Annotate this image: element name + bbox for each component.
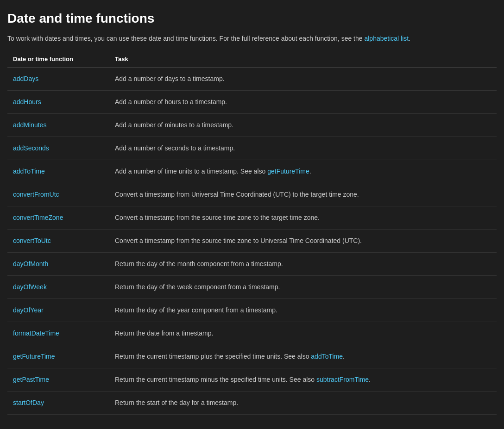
function-cell: dayOfYear xyxy=(7,299,109,322)
function-link[interactable]: addMinutes xyxy=(13,121,46,129)
function-link[interactable]: dayOfMonth xyxy=(13,260,48,267)
function-link[interactable]: dayOfWeek xyxy=(13,283,47,291)
task-cell: Add a number of seconds to a timestamp. xyxy=(109,137,497,160)
alphabetical-list-link[interactable]: alphabetical list xyxy=(364,35,409,42)
function-link[interactable]: addToTime xyxy=(13,168,45,175)
function-link[interactable]: formatDateTime xyxy=(13,330,59,337)
function-cell: addHours xyxy=(7,91,109,114)
intro-paragraph: To work with dates and times, you can us… xyxy=(7,33,497,44)
table-row: formatDateTimeReturn the date from a tim… xyxy=(7,322,497,345)
intro-text: To work with dates and times, you can us… xyxy=(7,35,363,42)
task-cell: Add a number of hours to a timestamp. xyxy=(109,91,497,114)
task-cell: Add a number of days to a timestamp. xyxy=(109,68,497,91)
table-row: addDaysAdd a number of days to a timesta… xyxy=(7,68,497,91)
function-link[interactable]: addDays xyxy=(13,75,38,82)
function-link[interactable]: addSeconds xyxy=(13,144,49,152)
function-cell: getFutureTime xyxy=(7,345,109,368)
functions-table: Date or time function Task addDaysAdd a … xyxy=(7,51,497,415)
function-cell: startOfDay xyxy=(7,392,109,415)
table-row: convertTimeZoneConvert a timestamp from … xyxy=(7,206,497,230)
table-row: dayOfMonthReturn the day of the month co… xyxy=(7,253,497,276)
table-row: convertFromUtcConvert a timestamp from U… xyxy=(7,183,497,206)
task-cell: Convert a timestamp from the source time… xyxy=(109,206,497,230)
task-cell: Return the current timestamp minus the s… xyxy=(109,368,497,392)
function-cell: convertFromUtc xyxy=(7,183,109,206)
table-row: getFutureTimeReturn the current timestam… xyxy=(7,345,497,368)
table-row: addToTimeAdd a number of time units to a… xyxy=(7,160,497,183)
task-cell: Convert a timestamp from Universal Time … xyxy=(109,183,497,206)
table-row: dayOfYearReturn the day of the year comp… xyxy=(7,299,497,322)
function-link[interactable]: convertTimeZone xyxy=(13,214,63,221)
function-link[interactable]: convertFromUtc xyxy=(13,191,59,198)
task-cell: Add a number of time units to a timestam… xyxy=(109,160,497,183)
inline-function-link[interactable]: getFutureTime xyxy=(267,168,309,175)
task-cell: Return the day of the week component fro… xyxy=(109,276,497,299)
table-row: convertToUtcConvert a timestamp from the… xyxy=(7,230,497,253)
function-cell: getPastTime xyxy=(7,368,109,392)
function-cell: dayOfMonth xyxy=(7,253,109,276)
table-row: addMinutesAdd a number of minutes to a t… xyxy=(7,114,497,137)
inline-function-link[interactable]: subtractFromTime xyxy=(316,376,369,383)
function-link[interactable]: getFutureTime xyxy=(13,353,55,360)
task-cell: Return the day of the year component fro… xyxy=(109,299,497,322)
task-cell: Add a number of minutes to a timestamp. xyxy=(109,114,497,137)
task-cell: Return the date from a timestamp. xyxy=(109,322,497,345)
inline-function-link[interactable]: addToTime xyxy=(311,353,343,360)
table-header-row: Date or time function Task xyxy=(7,51,497,68)
function-link[interactable]: startOfDay xyxy=(13,399,44,406)
task-cell: Convert a timestamp from the source time… xyxy=(109,230,497,253)
function-link[interactable]: dayOfYear xyxy=(13,306,44,314)
page-title: Date and time functions xyxy=(7,11,497,26)
function-cell: convertToUtc xyxy=(7,230,109,253)
function-link[interactable]: getPastTime xyxy=(13,376,49,383)
task-cell: Return the day of the month component fr… xyxy=(109,253,497,276)
function-cell: addSeconds xyxy=(7,137,109,160)
function-cell: formatDateTime xyxy=(7,322,109,345)
table-row: addSecondsAdd a number of seconds to a t… xyxy=(7,137,497,160)
task-cell: Return the current timestamp plus the sp… xyxy=(109,345,497,368)
function-link[interactable]: convertToUtc xyxy=(13,237,51,244)
function-cell: addMinutes xyxy=(7,114,109,137)
function-cell: addToTime xyxy=(7,160,109,183)
col-function-header: Date or time function xyxy=(7,51,109,68)
function-cell: convertTimeZone xyxy=(7,206,109,230)
task-cell: Return the start of the day for a timest… xyxy=(109,392,497,415)
function-cell: addDays xyxy=(7,68,109,91)
col-task-header: Task xyxy=(109,51,497,68)
table-row: dayOfWeekReturn the day of the week comp… xyxy=(7,276,497,299)
table-row: addHoursAdd a number of hours to a times… xyxy=(7,91,497,114)
intro-period: . xyxy=(409,35,410,42)
table-row: getPastTimeReturn the current timestamp … xyxy=(7,368,497,392)
table-row: startOfDayReturn the start of the day fo… xyxy=(7,392,497,415)
function-cell: dayOfWeek xyxy=(7,276,109,299)
function-link[interactable]: addHours xyxy=(13,98,41,106)
